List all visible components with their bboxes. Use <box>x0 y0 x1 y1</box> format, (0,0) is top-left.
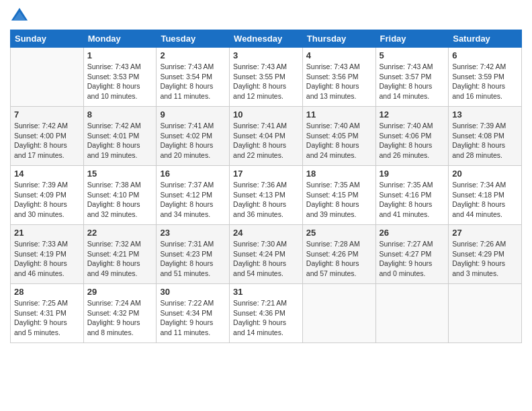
day-info: Sunrise: 7:22 AM Sunset: 4:34 PM Dayligh… <box>160 298 226 338</box>
day-number: 28 <box>14 287 80 297</box>
calendar-cell: 6Sunrise: 7:42 AM Sunset: 3:59 PM Daylig… <box>449 48 522 107</box>
day-number: 11 <box>306 109 372 120</box>
day-number: 20 <box>452 169 518 179</box>
day-number: 30 <box>160 287 226 297</box>
day-info: Sunrise: 7:32 AM Sunset: 4:21 PM Dayligh… <box>87 239 153 279</box>
day-header-friday: Friday <box>375 30 449 48</box>
day-number: 4 <box>306 50 372 60</box>
calendar-cell: 22Sunrise: 7:32 AM Sunset: 4:21 PM Dayli… <box>83 225 157 284</box>
calendar-cell: 15Sunrise: 7:38 AM Sunset: 4:10 PM Dayli… <box>83 166 157 225</box>
day-number: 14 <box>14 169 80 179</box>
day-number: 29 <box>87 287 153 297</box>
calendar-cell: 7Sunrise: 7:42 AM Sunset: 4:00 PM Daylig… <box>11 107 84 166</box>
calendar-cell: 23Sunrise: 7:31 AM Sunset: 4:23 PM Dayli… <box>157 225 230 284</box>
day-number: 22 <box>87 228 153 238</box>
calendar-cell: 25Sunrise: 7:28 AM Sunset: 4:26 PM Dayli… <box>302 225 375 284</box>
day-info: Sunrise: 7:37 AM Sunset: 4:12 PM Dayligh… <box>160 180 226 220</box>
calendar-cell: 5Sunrise: 7:43 AM Sunset: 3:57 PM Daylig… <box>375 48 449 107</box>
day-info: Sunrise: 7:39 AM Sunset: 4:08 PM Dayligh… <box>452 121 518 161</box>
calendar-cell: 30Sunrise: 7:22 AM Sunset: 4:34 PM Dayli… <box>157 284 230 343</box>
day-info: Sunrise: 7:34 AM Sunset: 4:18 PM Dayligh… <box>452 180 518 220</box>
logo <box>10 7 32 26</box>
calendar-cell: 14Sunrise: 7:39 AM Sunset: 4:09 PM Dayli… <box>11 166 84 225</box>
page: SundayMondayTuesdayWednesdayThursdayFrid… <box>0 0 532 411</box>
day-header-saturday: Saturday <box>449 30 522 48</box>
calendar-cell: 4Sunrise: 7:43 AM Sunset: 3:56 PM Daylig… <box>302 48 375 107</box>
day-info: Sunrise: 7:28 AM Sunset: 4:26 PM Dayligh… <box>306 239 372 279</box>
day-number: 16 <box>160 169 226 179</box>
day-number: 6 <box>452 50 518 60</box>
day-info: Sunrise: 7:36 AM Sunset: 4:13 PM Dayligh… <box>233 180 299 220</box>
header-row: SundayMondayTuesdayWednesdayThursdayFrid… <box>11 30 522 48</box>
week-row-0: 1Sunrise: 7:43 AM Sunset: 3:53 PM Daylig… <box>11 48 522 107</box>
day-header-wednesday: Wednesday <box>230 30 303 48</box>
calendar-cell: 16Sunrise: 7:37 AM Sunset: 4:12 PM Dayli… <box>157 166 230 225</box>
day-info: Sunrise: 7:43 AM Sunset: 3:57 PM Dayligh… <box>380 62 445 101</box>
day-number: 10 <box>233 109 299 120</box>
day-number: 7 <box>14 109 80 120</box>
day-info: Sunrise: 7:21 AM Sunset: 4:36 PM Dayligh… <box>233 298 299 338</box>
calendar-cell: 17Sunrise: 7:36 AM Sunset: 4:13 PM Dayli… <box>230 166 303 225</box>
day-info: Sunrise: 7:24 AM Sunset: 4:32 PM Dayligh… <box>87 298 153 338</box>
day-number: 3 <box>233 50 299 60</box>
day-info: Sunrise: 7:43 AM Sunset: 3:55 PM Dayligh… <box>233 62 299 101</box>
day-number: 1 <box>87 50 153 60</box>
day-info: Sunrise: 7:33 AM Sunset: 4:19 PM Dayligh… <box>14 239 80 279</box>
day-number: 13 <box>452 109 518 120</box>
calendar-cell: 18Sunrise: 7:35 AM Sunset: 4:15 PM Dayli… <box>302 166 375 225</box>
calendar-cell <box>11 48 84 107</box>
calendar-cell: 10Sunrise: 7:41 AM Sunset: 4:04 PM Dayli… <box>230 107 303 166</box>
day-number: 9 <box>160 109 226 120</box>
day-info: Sunrise: 7:39 AM Sunset: 4:09 PM Dayligh… <box>14 180 80 220</box>
day-number: 25 <box>306 228 372 238</box>
week-row-2: 14Sunrise: 7:39 AM Sunset: 4:09 PM Dayli… <box>11 166 522 225</box>
day-header-monday: Monday <box>83 30 157 48</box>
day-info: Sunrise: 7:43 AM Sunset: 3:56 PM Dayligh… <box>306 62 372 101</box>
week-row-1: 7Sunrise: 7:42 AM Sunset: 4:00 PM Daylig… <box>11 107 522 166</box>
day-number: 15 <box>87 169 153 179</box>
day-number: 23 <box>160 228 226 238</box>
calendar-cell: 20Sunrise: 7:34 AM Sunset: 4:18 PM Dayli… <box>449 166 522 225</box>
calendar-cell: 29Sunrise: 7:24 AM Sunset: 4:32 PM Dayli… <box>83 284 157 343</box>
calendar-cell: 19Sunrise: 7:35 AM Sunset: 4:16 PM Dayli… <box>375 166 449 225</box>
calendar-cell: 11Sunrise: 7:40 AM Sunset: 4:05 PM Dayli… <box>302 107 375 166</box>
day-info: Sunrise: 7:42 AM Sunset: 4:01 PM Dayligh… <box>87 121 153 161</box>
day-info: Sunrise: 7:42 AM Sunset: 3:59 PM Dayligh… <box>452 62 518 101</box>
day-number: 19 <box>380 169 445 179</box>
calendar-cell <box>302 284 375 343</box>
day-info: Sunrise: 7:40 AM Sunset: 4:05 PM Dayligh… <box>306 121 372 161</box>
calendar-cell: 13Sunrise: 7:39 AM Sunset: 4:08 PM Dayli… <box>449 107 522 166</box>
calendar-cell: 1Sunrise: 7:43 AM Sunset: 3:53 PM Daylig… <box>83 48 157 107</box>
calendar-cell: 26Sunrise: 7:27 AM Sunset: 4:27 PM Dayli… <box>375 225 449 284</box>
day-number: 8 <box>87 109 153 120</box>
calendar-cell <box>449 284 522 343</box>
header <box>10 7 522 26</box>
day-number: 24 <box>233 228 299 238</box>
calendar-cell: 21Sunrise: 7:33 AM Sunset: 4:19 PM Dayli… <box>11 225 84 284</box>
day-info: Sunrise: 7:26 AM Sunset: 4:29 PM Dayligh… <box>452 239 518 279</box>
day-number: 21 <box>14 228 80 238</box>
day-info: Sunrise: 7:38 AM Sunset: 4:10 PM Dayligh… <box>87 180 153 220</box>
day-header-sunday: Sunday <box>11 30 84 48</box>
calendar-cell: 24Sunrise: 7:30 AM Sunset: 4:24 PM Dayli… <box>230 225 303 284</box>
calendar-cell: 27Sunrise: 7:26 AM Sunset: 4:29 PM Dayli… <box>449 225 522 284</box>
day-info: Sunrise: 7:42 AM Sunset: 4:00 PM Dayligh… <box>14 121 80 161</box>
day-number: 2 <box>160 50 226 60</box>
day-info: Sunrise: 7:31 AM Sunset: 4:23 PM Dayligh… <box>160 239 226 279</box>
day-info: Sunrise: 7:27 AM Sunset: 4:27 PM Dayligh… <box>380 239 445 279</box>
day-number: 18 <box>306 169 372 179</box>
day-number: 26 <box>380 228 445 238</box>
day-info: Sunrise: 7:30 AM Sunset: 4:24 PM Dayligh… <box>233 239 299 279</box>
day-header-tuesday: Tuesday <box>157 30 230 48</box>
calendar-cell: 9Sunrise: 7:41 AM Sunset: 4:02 PM Daylig… <box>157 107 230 166</box>
calendar-cell: 2Sunrise: 7:43 AM Sunset: 3:54 PM Daylig… <box>157 48 230 107</box>
day-header-thursday: Thursday <box>302 30 375 48</box>
day-info: Sunrise: 7:25 AM Sunset: 4:31 PM Dayligh… <box>14 298 80 338</box>
day-number: 31 <box>233 287 299 297</box>
day-info: Sunrise: 7:40 AM Sunset: 4:06 PM Dayligh… <box>380 121 445 161</box>
day-number: 5 <box>380 50 445 60</box>
day-number: 27 <box>452 228 518 238</box>
day-number: 12 <box>380 109 445 120</box>
calendar-cell: 12Sunrise: 7:40 AM Sunset: 4:06 PM Dayli… <box>375 107 449 166</box>
calendar-cell: 28Sunrise: 7:25 AM Sunset: 4:31 PM Dayli… <box>11 284 84 343</box>
